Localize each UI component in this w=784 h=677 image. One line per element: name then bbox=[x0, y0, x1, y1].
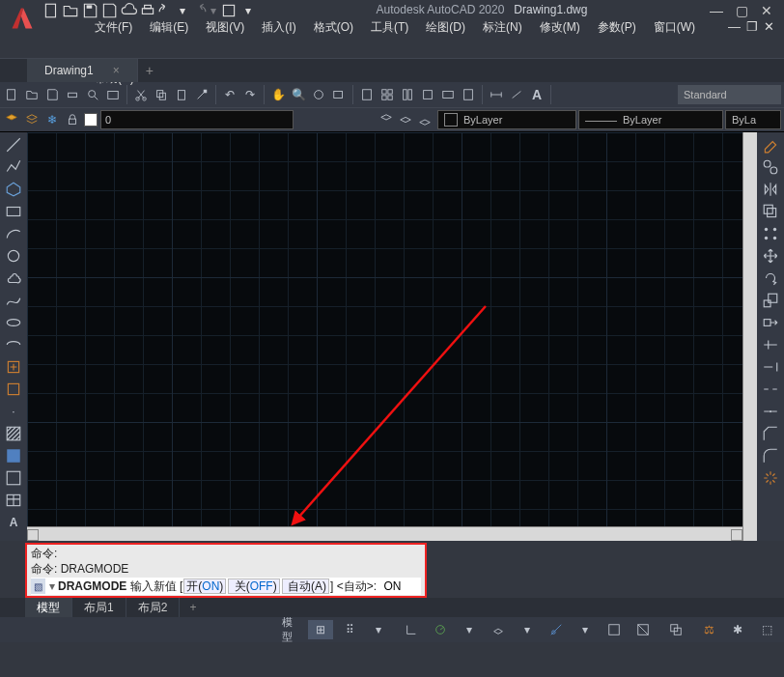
tab-layout1[interactable]: 布局1 bbox=[72, 598, 126, 617]
ortho-icon[interactable] bbox=[399, 620, 424, 639]
chevron-down-icon[interactable]: ▾ bbox=[209, 2, 218, 19]
tab-drawing1[interactable]: Drawing1 × bbox=[27, 59, 138, 82]
stretch-icon[interactable] bbox=[762, 314, 779, 331]
join-icon[interactable] bbox=[762, 403, 779, 420]
command-input[interactable]: ▧ ▾ DRAGMODE 输入新值 [开(ON) 关(OFF) 自动(A)] <… bbox=[31, 578, 421, 595]
cut-icon[interactable] bbox=[132, 86, 150, 103]
layer-color-swatch[interactable] bbox=[84, 113, 98, 127]
redo-icon[interactable] bbox=[189, 2, 207, 19]
rotate-icon[interactable] bbox=[762, 269, 779, 287]
tab-close-icon[interactable]: × bbox=[113, 64, 120, 77]
minimize-icon[interactable]: — bbox=[707, 4, 726, 17]
grid-toggle-icon[interactable]: ⊞ bbox=[308, 620, 333, 639]
menu-params[interactable]: 参数(P) bbox=[598, 19, 636, 36]
hatch-icon[interactable] bbox=[5, 425, 22, 442]
rectangle-icon[interactable] bbox=[5, 203, 22, 220]
scale-icon[interactable] bbox=[762, 292, 779, 309]
menu-modify[interactable]: 修改(M) bbox=[540, 19, 580, 36]
preview-icon[interactable] bbox=[84, 86, 101, 103]
layer-off-icon[interactable] bbox=[416, 111, 434, 128]
print-icon[interactable] bbox=[139, 2, 156, 19]
mdi-close-icon[interactable]: ✕ bbox=[764, 19, 774, 36]
app-logo-icon[interactable] bbox=[8, 4, 37, 33]
markup-icon[interactable] bbox=[439, 86, 457, 103]
zoom-icon[interactable]: 🔍 bbox=[290, 86, 307, 103]
mdi-minimize-icon[interactable]: — bbox=[728, 19, 741, 36]
add-layout-button[interactable]: + bbox=[180, 601, 206, 614]
transparency-icon[interactable] bbox=[630, 620, 656, 639]
horizontal-scrollbar[interactable] bbox=[27, 526, 742, 541]
selection-cycling-icon[interactable] bbox=[663, 620, 688, 639]
text-icon[interactable]: A bbox=[528, 86, 546, 103]
polygon-icon[interactable] bbox=[5, 181, 22, 198]
layer-iso-icon[interactable] bbox=[378, 111, 395, 128]
spline-icon[interactable] bbox=[5, 292, 22, 309]
insert-block-icon[interactable] bbox=[5, 358, 22, 376]
snap-toggle-icon[interactable]: ⠿ bbox=[337, 620, 362, 639]
copy-icon[interactable] bbox=[153, 86, 170, 103]
arc-icon[interactable] bbox=[5, 225, 22, 242]
annotation-autoscale-icon[interactable]: ⬚ bbox=[754, 620, 779, 639]
text-style-dropdown[interactable]: Standard bbox=[678, 85, 781, 104]
layer-dropdown[interactable]: 0 bbox=[100, 110, 294, 129]
new-icon[interactable] bbox=[3, 86, 20, 103]
tab-add-button[interactable]: + bbox=[138, 63, 161, 78]
move-icon[interactable] bbox=[762, 247, 779, 265]
gradient-icon[interactable] bbox=[5, 447, 22, 465]
erase-icon[interactable] bbox=[762, 136, 779, 154]
table-icon[interactable] bbox=[5, 492, 22, 509]
chevron-down-icon[interactable]: ▾ bbox=[366, 620, 391, 639]
explode-icon[interactable] bbox=[762, 469, 779, 487]
chevron-down-icon[interactable]: ▾ bbox=[457, 620, 482, 639]
ellipse-icon[interactable] bbox=[5, 314, 22, 331]
command-dropdown-icon[interactable]: ▾ bbox=[46, 579, 58, 593]
osnap-icon[interactable] bbox=[544, 620, 569, 639]
polyline-icon[interactable] bbox=[5, 158, 22, 176]
save-icon[interactable] bbox=[43, 86, 61, 103]
menu-view[interactable]: 视图(V) bbox=[206, 19, 244, 36]
offset-icon[interactable] bbox=[762, 203, 779, 220]
plot-icon[interactable] bbox=[64, 86, 81, 103]
make-block-icon[interactable] bbox=[5, 381, 22, 398]
menu-window[interactable]: 窗口(W) bbox=[654, 19, 695, 36]
isodraft-icon[interactable] bbox=[486, 620, 511, 639]
paste-icon[interactable] bbox=[173, 86, 190, 103]
copy-obj-icon[interactable] bbox=[762, 158, 779, 176]
tab-model[interactable]: 模型 bbox=[25, 598, 72, 617]
menu-dimension[interactable]: 标注(N) bbox=[483, 19, 522, 36]
undo-icon[interactable]: ↶ bbox=[221, 86, 238, 103]
workspace-icon[interactable] bbox=[220, 2, 238, 19]
orbit-icon[interactable] bbox=[310, 86, 327, 103]
chevron-down-icon[interactable]: ▾ bbox=[178, 2, 187, 19]
menu-tools[interactable]: 工具(T) bbox=[371, 19, 408, 36]
circle-icon[interactable] bbox=[5, 247, 22, 265]
chevron-down-icon[interactable]: ▾ bbox=[573, 620, 598, 639]
dim-linear-icon[interactable] bbox=[488, 86, 505, 103]
break-icon[interactable] bbox=[762, 381, 779, 398]
annotation-scale-icon[interactable]: ⚖ bbox=[696, 620, 721, 639]
maximize-icon[interactable]: ▢ bbox=[732, 4, 751, 17]
chevron-down-icon[interactable]: ▾ bbox=[515, 620, 540, 639]
vertical-scrollbar[interactable] bbox=[742, 132, 757, 541]
array-icon[interactable] bbox=[762, 225, 779, 242]
saveas-icon[interactable] bbox=[100, 2, 118, 19]
polar-icon[interactable] bbox=[428, 620, 453, 639]
layer-lock-icon[interactable] bbox=[64, 111, 81, 128]
drawing-canvas[interactable] bbox=[27, 132, 742, 526]
new-icon[interactable] bbox=[42, 2, 60, 19]
redo-icon[interactable]: ↷ bbox=[241, 86, 259, 103]
annotation-visibility-icon[interactable]: ✱ bbox=[725, 620, 750, 639]
close-icon[interactable]: ✕ bbox=[757, 4, 776, 17]
quickcalc-icon[interactable] bbox=[460, 86, 477, 103]
ellipse-arc-icon[interactable] bbox=[5, 336, 22, 353]
qat-dropdown-icon[interactable]: ▾ bbox=[239, 2, 257, 19]
open-icon[interactable] bbox=[23, 86, 41, 103]
publish-icon[interactable] bbox=[104, 86, 122, 103]
pan-icon[interactable]: ✋ bbox=[269, 86, 287, 103]
zoom-window-icon[interactable] bbox=[330, 86, 348, 103]
menu-draw[interactable]: 绘图(D) bbox=[426, 19, 465, 36]
cloud-icon[interactable] bbox=[120, 2, 137, 19]
color-dropdown[interactable]: ByLayer bbox=[437, 110, 576, 129]
revcloud-icon[interactable] bbox=[5, 269, 22, 287]
region-icon[interactable] bbox=[5, 469, 22, 487]
